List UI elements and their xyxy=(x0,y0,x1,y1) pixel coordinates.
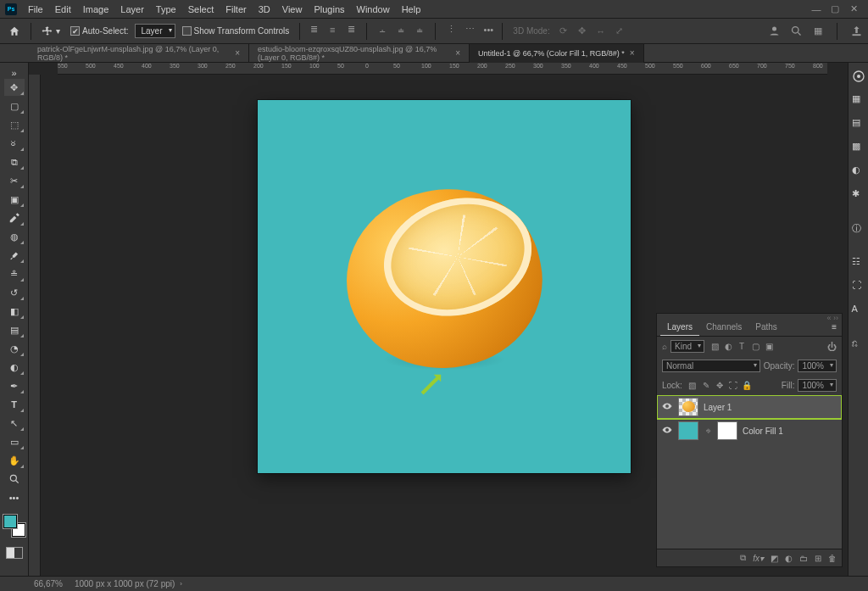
ruler-vertical[interactable] xyxy=(29,75,41,576)
link-icon[interactable]: ⎆ xyxy=(704,427,712,435)
adjustments-icon[interactable]: ◐ xyxy=(852,164,865,178)
link-layers-icon[interactable]: ⧉ xyxy=(740,553,746,563)
hand-tool[interactable]: ✋ xyxy=(4,452,25,469)
layer-name[interactable]: Color Fill 1 xyxy=(743,427,783,436)
blur-tool[interactable]: ◔ xyxy=(4,340,25,357)
crop-tool[interactable]: ✂ xyxy=(4,172,25,189)
history-brush-tool[interactable]: ↺ xyxy=(4,284,25,301)
filter-pixel-icon[interactable]: ▧ xyxy=(709,342,720,351)
filter-toggle-switch[interactable]: ⏻ xyxy=(827,342,837,352)
styles-icon[interactable]: ✱ xyxy=(852,188,865,202)
fill-input[interactable]: 100% xyxy=(798,379,837,392)
window-max-button[interactable]: ▢ xyxy=(826,1,844,17)
search-icon[interactable] xyxy=(789,25,803,38)
mask-icon[interactable]: ◩ xyxy=(771,554,778,563)
filter-smart-icon[interactable]: ▣ xyxy=(764,342,774,351)
opacity-input[interactable]: 100% xyxy=(798,360,837,372)
lock-pos-icon[interactable]: ✥ xyxy=(715,381,725,390)
ruler-horizontal[interactable]: 5505004504003503002502001501005005010015… xyxy=(58,63,827,75)
patch-tool[interactable]: ◍ xyxy=(4,228,25,245)
layer-name[interactable]: Layer 1 xyxy=(704,403,732,412)
frame-tool[interactable]: ▣ xyxy=(4,191,25,208)
auto-select-target-dropdown[interactable]: Layer xyxy=(135,24,175,38)
tab-layers[interactable]: Layers xyxy=(660,319,699,336)
menu-3d[interactable]: 3D xyxy=(253,2,276,17)
close-icon[interactable]: × xyxy=(455,48,460,58)
fx-icon[interactable]: fx▾ xyxy=(753,554,764,563)
filter-type-icon[interactable]: T xyxy=(737,342,747,351)
blend-mode-dropdown[interactable]: Normal xyxy=(662,360,760,372)
filter-kind-dropdown[interactable]: Kind xyxy=(670,340,704,353)
move-tool[interactable]: ✥ xyxy=(4,79,25,96)
layer-row-colorfill[interactable]: ⎆ Color Fill 1 xyxy=(657,419,842,443)
layer-row-layer1[interactable]: Layer 1 xyxy=(657,395,842,419)
tab-paths[interactable]: Paths xyxy=(748,319,784,336)
shape-tool[interactable]: ▭ xyxy=(4,433,25,450)
menu-plugins[interactable]: Plugins xyxy=(308,2,350,17)
home-button[interactable] xyxy=(5,23,24,40)
doc-tab-0[interactable]: patrick-OlFgeLnjwrM-unsplash.jpg @ 16,7%… xyxy=(29,44,249,63)
zoom-readout[interactable]: 66,67% xyxy=(34,579,63,588)
close-icon[interactable]: × xyxy=(235,48,240,58)
auto-select-check[interactable]: ✔ Auto-Select: xyxy=(67,24,131,38)
doc-tab-1[interactable]: estudio-bloom-ezqroxsqUZ80-unsplash.jpg … xyxy=(249,44,470,63)
layer-thumbnail[interactable] xyxy=(678,421,698,440)
eraser-tool[interactable]: ◧ xyxy=(4,303,25,320)
menu-layer[interactable]: Layer xyxy=(114,2,150,17)
window-min-button[interactable]: ― xyxy=(807,2,826,17)
tab-channels[interactable]: Channels xyxy=(699,319,748,336)
visibility-toggle[interactable] xyxy=(661,425,673,437)
group-icon[interactable]: 🗀 xyxy=(799,554,808,563)
panel-menu-icon[interactable]: ≡ xyxy=(826,319,842,336)
zoom-tool[interactable] xyxy=(4,471,25,488)
color-wheel-icon[interactable] xyxy=(852,70,865,83)
lock-trans-icon[interactable]: ▧ xyxy=(687,381,698,390)
lock-all-icon[interactable]: 🔒 xyxy=(742,381,752,390)
align-middle-icon[interactable]: ⫨ xyxy=(394,23,408,36)
edit-toolbar[interactable]: ••• xyxy=(4,489,25,506)
eyedropper-tool[interactable] xyxy=(4,209,25,226)
glyphs-icon[interactable]: A xyxy=(852,304,865,317)
delete-layer-icon[interactable]: 🗑 xyxy=(828,554,837,563)
distribute-h-icon[interactable]: ⋮ xyxy=(444,23,458,36)
foreground-color-swatch[interactable] xyxy=(3,515,17,528)
quick-mask-toggle[interactable] xyxy=(6,547,23,559)
align-right-icon[interactable]: ≣ xyxy=(344,23,358,36)
doc-tab-2[interactable]: Untitled-1 @ 66,7% (Color Fill 1, RGB/8#… xyxy=(470,44,644,63)
menu-filter[interactable]: Filter xyxy=(220,2,252,17)
layer-mask-thumb[interactable] xyxy=(717,421,737,440)
menu-image[interactable]: Image xyxy=(77,2,115,17)
filter-shape-icon[interactable]: ▢ xyxy=(750,342,760,351)
more-align-icon[interactable]: ••• xyxy=(481,23,495,36)
artboard[interactable] xyxy=(258,100,631,473)
transform-check[interactable]: Show Transform Controls xyxy=(179,24,293,38)
chevron-right-icon[interactable]: › xyxy=(180,580,182,588)
cloud-docs-icon[interactable] xyxy=(767,25,781,38)
doc-info-readout[interactable]: 1000 px x 1000 px (72 ppi) xyxy=(75,579,175,588)
layer-thumbnail[interactable] xyxy=(678,398,698,416)
gradient-tool[interactable]: ▤ xyxy=(4,321,25,338)
swatches-icon[interactable]: ▦ xyxy=(852,93,865,107)
menu-help[interactable]: Help xyxy=(396,2,427,17)
workspace-icon[interactable]: ▦ xyxy=(811,25,825,38)
history-icon[interactable]: ⎌ xyxy=(852,337,865,351)
align-top-icon[interactable]: ⫠ xyxy=(376,23,389,36)
lock-pixels-icon[interactable]: ✎ xyxy=(701,381,711,390)
adj-layer-icon[interactable]: ◐ xyxy=(785,554,793,563)
visibility-toggle[interactable] xyxy=(661,401,673,413)
gradient-panel-icon[interactable]: ▤ xyxy=(852,117,865,131)
menu-window[interactable]: Window xyxy=(351,2,396,17)
artboard-tool[interactable]: ▢ xyxy=(4,98,25,114)
libraries-icon[interactable]: ⛶ xyxy=(852,280,865,293)
align-left-icon[interactable]: ≣ xyxy=(307,23,320,36)
share-icon[interactable] xyxy=(849,25,863,38)
pen-tool[interactable]: ✒ xyxy=(4,377,25,394)
type-tool[interactable]: T xyxy=(4,396,25,413)
object-select-tool[interactable]: ⧉ xyxy=(4,153,25,170)
window-close-button[interactable]: ✕ xyxy=(844,1,863,17)
close-icon[interactable]: × xyxy=(630,48,635,58)
filter-adjust-icon[interactable]: ◐ xyxy=(723,342,733,351)
menu-file[interactable]: File xyxy=(22,2,49,17)
menu-type[interactable]: Type xyxy=(150,2,182,17)
lock-nest-icon[interactable]: ⛶ xyxy=(728,381,738,390)
